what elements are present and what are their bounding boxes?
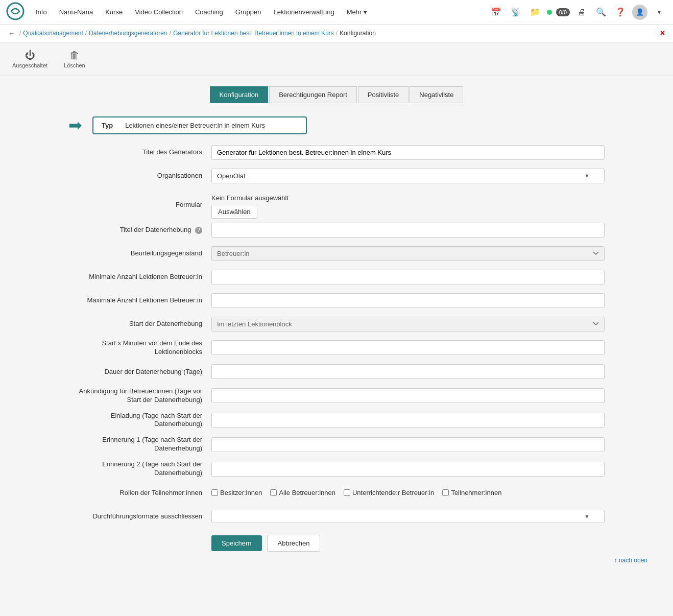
nav-item-info[interactable]: Info [31,5,52,19]
nav-item-gruppen[interactable]: Gruppen [230,5,267,19]
organisationen-value: OpenOlat [217,172,246,180]
nav-item-video-collection[interactable]: Video Collection [130,5,188,19]
breadcrumb-generator[interactable]: Generator für Lektionen best. Betreuer:i… [173,30,334,37]
erinnerung1-label: Erinnerung 1 (Tage nach Start der Datene… [68,436,211,453]
abbrechen-button[interactable]: Abbrechen [267,535,321,552]
start-datenerhebung-control: Im letzten Lektionenblock [211,317,605,331]
start-datenerhebung-select[interactable]: Im letzten Lektionenblock [211,317,605,331]
beurteilungsgegenstand-select[interactable]: Betreuer:in [211,246,605,261]
help-icon-titel[interactable]: ? [195,227,202,234]
titel-generator-label: Titel des Generators [68,148,211,157]
ankuendigung-row: Ankündigung für Betreuer:innen (Tage vor… [68,387,605,405]
titel-generator-input[interactable] [211,145,605,160]
auswahlen-button[interactable]: Auswählen [211,205,257,219]
start-x-minuten-input[interactable] [211,340,605,355]
breadcrumb-datenerhebungsgeneratoren[interactable]: Datenerhebungsgeneratoren [89,30,167,37]
rollen-row: Rollen der Teilnehmer:innen Besitzer:inn… [68,485,605,501]
formular-row: Formular Kein Formular ausgewählt Auswäh… [68,191,605,219]
titel-datenerhebung-row: Titel der Datenerhebung ? [68,222,605,238]
tab-bar: Konfiguration Berechtigungen Report Posi… [15,86,658,103]
nav-user-dropdown-icon[interactable]: ▾ [652,5,667,20]
ausgeschaltet-label: Ausgeschaltet [12,62,47,68]
folder-icon[interactable]: 📁 [527,5,543,20]
tab-negativliste[interactable]: Negativliste [410,86,463,103]
breadcrumb-back[interactable]: ← [8,29,15,37]
speichern-button[interactable]: Speichern [211,535,262,551]
breadcrumb-sep-0: / [19,30,21,37]
rollen-label: Rollen der Teilnehmer:innen [68,488,211,497]
max-lektionen-control [211,293,605,308]
power-icon: ⏻ [25,50,35,61]
calendar-icon[interactable]: 📅 [489,5,504,20]
status-dot [547,10,552,15]
breadcrumb-bar: ← / Qualitätsmanagement / Datenerhebungs… [0,25,673,42]
erinnerung1-control [211,437,605,452]
avatar[interactable]: 👤 [632,5,647,20]
print-icon[interactable]: 🖨 [574,5,589,20]
nav-right-area: 📅 📡 📁 0/0 🖨 🔍 ❓ 👤 ▾ [489,5,667,20]
durchfuehrungsformate-label: Durchführungsformate ausschliessen [68,512,211,521]
form-section: ➡ Typ Lektionen eines/einer Betreuer:in … [68,115,605,552]
typ-value: Lektionen eines/einer Betreuer:in in ein… [125,122,265,129]
min-lektionen-row: Minimale Anzahl Lektionen Betreuer:in [68,269,605,285]
erinnerung1-row: Erinnerung 1 (Tage nach Start der Datene… [68,436,605,453]
checkbox-besitzer[interactable]: Besitzer:innen [211,489,262,496]
checkbox-unterrichtende-betreuer-label: Unterrichtende:r Betreuer:in [352,489,434,496]
einladung-input[interactable] [211,413,605,428]
min-lektionen-control [211,270,605,285]
svg-point-0 [7,3,23,19]
tab-berechtigungen-report[interactable]: Berechtigungen Report [269,86,357,103]
titel-generator-control [211,145,605,160]
checkbox-teilnehmer[interactable]: Teilnehmer:innen [442,489,501,496]
einladung-row: Einladung (Tage nach Start der Datenerhe… [68,412,605,429]
formular-control: Kein Formular ausgewählt Auswählen [211,191,605,219]
nav-item-coaching[interactable]: Coaching [190,5,228,19]
tab-konfiguration[interactable]: Konfiguration [210,86,269,103]
ankuendigung-input[interactable] [211,388,605,403]
start-x-minuten-row: Start x Minuten vor dem Ende des Lektion… [68,339,605,357]
scroll-top[interactable]: ↑ nach oben [15,552,658,569]
organisationen-dropdown[interactable]: OpenOlat ▼ [211,169,605,183]
breadcrumb-sep-3: / [336,30,338,37]
organisationen-label: Organisationen [68,171,211,180]
typ-box: Typ Lektionen eines/einer Betreuer:in in… [92,116,307,134]
typ-label: Typ [102,122,113,129]
nav-item-mehr[interactable]: Mehr ▾ [342,5,372,19]
rollen-control: Besitzer:innen Alle Betreuer:innen Unter… [211,489,605,496]
checkbox-unterrichtende-betreuer[interactable]: Unterrichtende:r Betreuer:in [344,489,434,496]
loeschen-button[interactable]: 🗑 Löschen [60,48,89,70]
min-lektionen-input[interactable] [211,270,605,285]
dauer-row: Dauer der Datenerhebung (Tage) [68,364,605,380]
dauer-label: Dauer der Datenerhebung (Tage) [68,367,211,376]
tab-positivliste[interactable]: Positivliste [358,86,408,103]
action-buttons: Speichern Abbrechen [211,535,605,552]
nav-item-kurse[interactable]: Kurse [100,5,128,19]
dauer-input[interactable] [211,364,605,379]
checkbox-teilnehmer-input[interactable] [442,489,449,496]
breadcrumb-sep-2: / [170,30,171,37]
breadcrumb-qualitaetsmanagement[interactable]: Qualitätsmanagement [23,30,83,37]
max-lektionen-input[interactable] [211,293,605,308]
nav-item-nanu-nana[interactable]: Nanu-Nana [54,5,99,19]
rss-icon[interactable]: 📡 [508,5,523,20]
erinnerung2-input[interactable] [211,462,605,477]
checkbox-besitzer-input[interactable] [211,489,218,496]
erinnerung1-input[interactable] [211,437,605,452]
close-icon[interactable]: × [660,29,665,38]
app-logo[interactable] [6,2,25,22]
chevron-down-icon-2: ▼ [584,513,590,519]
durchfuehrungsformate-dropdown[interactable]: ▼ [211,510,605,523]
checkbox-unterrichtende-betreuer-input[interactable] [344,489,350,496]
checkbox-alle-betreuer[interactable]: Alle Betreuer:innen [270,489,335,496]
chevron-down-icon: ▼ [584,173,590,179]
checkbox-teilnehmer-label: Teilnehmer:innen [451,489,501,496]
search-icon[interactable]: 🔍 [593,5,609,20]
ausgeschaltet-button[interactable]: ⏻ Ausgeschaltet [8,48,52,70]
einladung-label: Einladung (Tage nach Start der Datenerhe… [68,412,211,429]
titel-datenerhebung-input[interactable] [211,223,605,238]
durchfuehrungsformate-row: Durchführungsformate ausschliessen ▼ [68,508,605,525]
checkboxes-container: Besitzer:innen Alle Betreuer:innen Unter… [211,489,605,496]
checkbox-alle-betreuer-input[interactable] [270,489,277,496]
help-icon[interactable]: ❓ [613,5,628,20]
nav-item-lektionenverwaltung[interactable]: Lektionenverwaltung [268,5,339,19]
